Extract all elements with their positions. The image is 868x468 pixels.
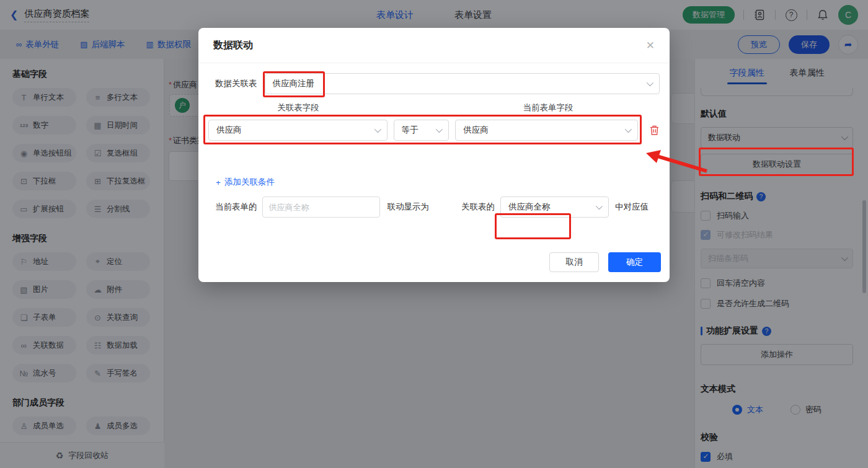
relation-table-prefix: 关联表的: [461, 201, 495, 213]
close-icon[interactable]: ✕: [646, 39, 655, 52]
current-form-prefix: 当前表单的: [215, 201, 257, 213]
current-field-select[interactable]: 供应商: [455, 120, 638, 141]
relation-display-field-select[interactable]: 供应商全称: [500, 196, 609, 218]
relation-field-select[interactable]: 供应商: [208, 120, 388, 141]
column-header-relation-field: 关联表字段: [208, 102, 388, 113]
chevron-down-icon: [436, 126, 443, 133]
data-linkage-modal: 数据联动 ✕ 数据关联表 供应商注册 关联表字段 当前表单字段 供应商 等于 供…: [198, 28, 670, 282]
add-condition-link[interactable]: + 添加关联条件: [216, 177, 275, 188]
chevron-down-icon: [625, 126, 632, 133]
column-header-current-field: 当前表单字段: [456, 102, 640, 113]
cancel-button[interactable]: 取消: [549, 252, 599, 272]
linkage-display-label: 联动显示为: [388, 201, 430, 213]
confirm-button[interactable]: 确定: [608, 252, 661, 272]
suffix-label: 中对应值: [615, 201, 649, 213]
display-field-input[interactable]: [262, 196, 380, 218]
chevron-down-icon: [374, 126, 381, 133]
chevron-down-icon: [596, 203, 603, 210]
relation-table-select[interactable]: 供应商注册: [265, 73, 660, 94]
relation-table-label: 数据关联表: [215, 78, 257, 89]
chevron-down-icon: [647, 79, 653, 86]
delete-condition-icon[interactable]: [649, 125, 660, 136]
modal-title: 数据联动: [213, 39, 253, 52]
operator-select[interactable]: 等于: [394, 120, 450, 141]
plus-icon: +: [216, 178, 221, 187]
